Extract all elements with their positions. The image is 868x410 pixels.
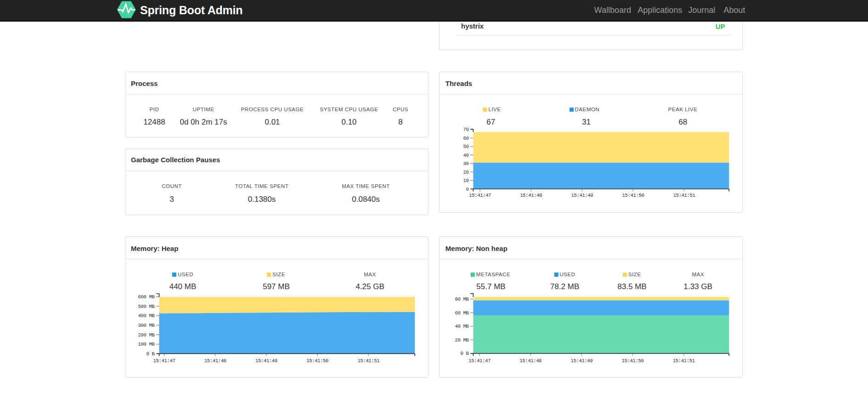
svg-text:0 B: 0 B xyxy=(147,351,155,357)
svg-text:70: 70 xyxy=(463,127,469,132)
svg-text:15:41:48: 15:41:48 xyxy=(519,358,541,364)
svg-text:15:41:51: 15:41:51 xyxy=(673,358,695,364)
svg-text:40: 40 xyxy=(463,153,469,158)
svg-text:15:41:50: 15:41:50 xyxy=(306,358,328,364)
svg-text:50: 50 xyxy=(463,144,469,149)
svg-text:15:41:47: 15:41:47 xyxy=(469,193,491,198)
svg-text:30: 30 xyxy=(463,161,469,166)
svg-text:200 MB: 200 MB xyxy=(138,332,155,338)
svg-text:20 MB: 20 MB xyxy=(455,337,469,343)
svg-text:15:41:50: 15:41:50 xyxy=(622,358,644,364)
svg-text:20: 20 xyxy=(463,170,469,175)
svg-text:15:41:48: 15:41:48 xyxy=(204,358,226,364)
svg-text:60: 60 xyxy=(463,136,469,141)
svg-text:15:41:50: 15:41:50 xyxy=(622,193,644,198)
svg-text:10: 10 xyxy=(463,178,469,183)
svg-text:15:41:49: 15:41:49 xyxy=(255,358,277,364)
svg-text:15:41:47: 15:41:47 xyxy=(468,358,490,364)
svg-text:100 MB: 100 MB xyxy=(138,342,155,347)
svg-text:80 MB: 80 MB xyxy=(455,296,469,302)
svg-text:15:41:51: 15:41:51 xyxy=(357,358,379,364)
svg-text:15:41:49: 15:41:49 xyxy=(571,193,593,198)
svg-text:600 MB: 600 MB xyxy=(138,294,155,300)
svg-text:15:41:49: 15:41:49 xyxy=(570,358,592,364)
svg-text:40 MB: 40 MB xyxy=(455,324,469,329)
svg-text:15:41:47: 15:41:47 xyxy=(153,358,175,364)
svg-text:60 MB: 60 MB xyxy=(455,310,469,316)
svg-text:300 MB: 300 MB xyxy=(138,323,155,328)
svg-text:400 MB: 400 MB xyxy=(138,313,155,319)
svg-text:15:41:51: 15:41:51 xyxy=(673,193,695,198)
svg-text:15:41:48: 15:41:48 xyxy=(520,193,542,198)
svg-text:500 MB: 500 MB xyxy=(138,304,155,309)
svg-text:0 B: 0 B xyxy=(461,351,469,356)
svg-text:0: 0 xyxy=(466,187,469,192)
